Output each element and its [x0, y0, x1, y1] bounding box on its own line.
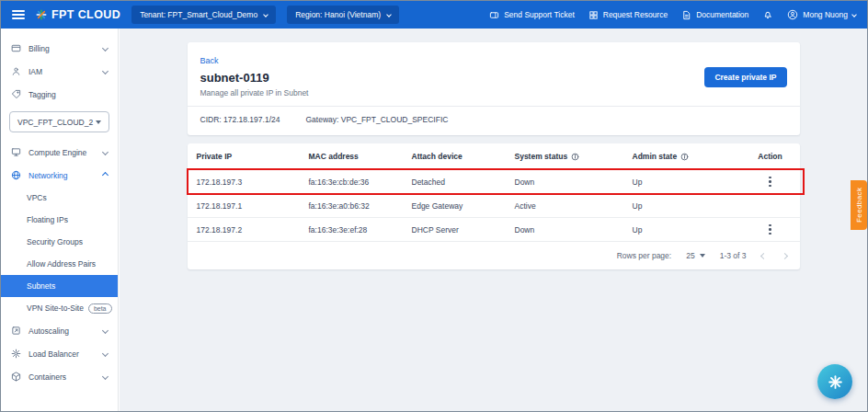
cell-device: DHCP Server: [412, 225, 515, 235]
containers-icon: [11, 372, 21, 382]
gateway-value: Gateway: VPC_FPT_CLOUD_SPECIFIC: [305, 115, 448, 124]
chevron-down-icon: [102, 327, 108, 334]
networking-label: Networking: [29, 171, 68, 180]
subnet-header-card: Back subnet-0119 Manage all private IP i…: [188, 42, 800, 135]
allow-address-pairs-label: Allow Address Pairs: [27, 259, 96, 269]
divider: [188, 106, 800, 107]
beta-badge: beta: [88, 303, 112, 314]
table-row: 172.18.197.2 fa:16:3e:3e:ef:28 DHCP Serv…: [188, 217, 800, 241]
containers-label: Containers: [29, 372, 66, 382]
vpn-label: VPN Site-to-Site: [27, 303, 84, 313]
assistant-starburst-icon: [828, 374, 843, 390]
chevron-down-icon: [102, 373, 108, 380]
cell-device: Detached: [412, 177, 515, 187]
load-balancer-icon: [11, 349, 21, 359]
pager: [761, 254, 787, 258]
private-ip-table-card: Private IP MAC address Attach device Sys…: [188, 143, 800, 269]
chevron-down-icon: [102, 149, 108, 155]
cell-system-status: Active: [515, 201, 633, 211]
sidebar-item-floating-ips[interactable]: Floating IPs: [1, 209, 118, 231]
cidr-value: CIDR: 172.18.197.1/24: [200, 115, 280, 124]
rows-per-page-select[interactable]: 25: [686, 251, 704, 260]
bell-icon[interactable]: [762, 9, 773, 20]
menu-icon[interactable]: [12, 10, 25, 19]
rows-per-page-label: Rows per page:: [617, 251, 672, 260]
cell-system-status: Down: [515, 177, 633, 187]
compute-icon: [11, 147, 21, 157]
fpt-cloud-logo[interactable]: FPT CLOUD: [36, 8, 120, 21]
feedback-tab[interactable]: Feedback: [851, 180, 867, 230]
tenant-dropdown[interactable]: Tenant: FPT_Smart_Cloud_Demo: [131, 6, 276, 24]
sidebar-item-billing[interactable]: Billing: [1, 37, 118, 60]
user-menu[interactable]: Mong Nuong: [787, 9, 856, 20]
pagination-range: 1-3 of 3: [720, 251, 747, 260]
ticket-icon: [489, 10, 499, 20]
chat-assistant-button[interactable]: [817, 364, 852, 399]
chevron-down-icon: [386, 12, 392, 17]
sidebar-item-vpcs[interactable]: VPCs: [1, 187, 118, 209]
autoscaling-icon: [11, 326, 21, 336]
previous-page-icon[interactable]: [760, 252, 766, 258]
brand-text: FPT CLOUD: [51, 8, 120, 21]
cell-mac: fa:16:3e:3e:ef:28: [309, 225, 412, 235]
page-subtitle: Manage all private IP in Subnet: [200, 88, 787, 97]
table-header-row: Private IP MAC address Attach device Sys…: [188, 143, 800, 169]
vpcs-label: VPCs: [27, 193, 47, 202]
row-actions-menu-icon[interactable]: [763, 222, 777, 238]
vpc-selector[interactable]: VPC_FPT_CLOUD_2: [9, 111, 109, 132]
support-ticket-label: Send Support Ticket: [504, 10, 575, 19]
sidebar-item-autoscaling[interactable]: Autoscaling: [1, 319, 118, 342]
send-support-ticket-link[interactable]: Send Support Ticket: [489, 10, 575, 20]
cell-admin-state: Up: [633, 177, 750, 187]
col-mac-address: MAC address: [309, 152, 412, 161]
col-private-ip: Private IP: [197, 152, 309, 161]
sidebar-item-subnets[interactable]: Subnets: [1, 275, 118, 297]
sidebar-item-containers[interactable]: Containers: [1, 365, 118, 388]
tenant-label: Tenant: FPT_Smart_Cloud_Demo: [140, 10, 257, 19]
table-pagination: Rows per page: 25 1-3 of 3: [188, 241, 800, 269]
user-name: Mong Nuong: [803, 10, 848, 19]
sidebar-item-networking[interactable]: Networking: [1, 164, 118, 187]
chevron-down-icon: [102, 350, 108, 357]
request-resource-link[interactable]: Request Resource: [588, 10, 668, 20]
col-attach-device: Attach device: [412, 152, 515, 161]
table-row: 172.18.197.3 fa:16:3e:cb:de:36 Detached …: [188, 169, 800, 193]
chevron-up-icon: [102, 172, 108, 178]
sidebar-item-load-balancer[interactable]: Load Balancer: [1, 342, 118, 365]
cell-mac: fa:16:3e:a0:b6:32: [309, 201, 412, 211]
create-private-ip-button[interactable]: Create private IP: [704, 67, 786, 87]
documentation-link[interactable]: Documentation: [681, 10, 748, 20]
tag-icon: [11, 89, 21, 99]
cell-admin-state: Up: [633, 225, 750, 235]
sidebar-item-tagging[interactable]: Tagging: [1, 83, 118, 106]
region-dropdown[interactable]: Region: Hanoi (Vietnam): [287, 6, 399, 24]
caret-down-icon: [96, 120, 101, 124]
next-page-icon[interactable]: [781, 252, 787, 258]
col-action: Action: [750, 152, 791, 161]
back-link[interactable]: Back: [200, 56, 219, 65]
document-icon: [681, 10, 691, 20]
sidebar-item-allow-address-pairs[interactable]: Allow Address Pairs: [1, 253, 118, 275]
cell-private-ip: 172.18.197.3: [197, 177, 309, 187]
subnets-label: Subnets: [27, 281, 55, 291]
sidebar-item-vpn-site-to-site[interactable]: VPN Site-to-Site beta: [1, 297, 118, 319]
page-title: subnet-0119: [200, 71, 787, 85]
documentation-label: Documentation: [696, 10, 748, 19]
row-actions-menu-icon[interactable]: [763, 174, 777, 190]
cell-mac: fa:16:3e:cb:de:36: [309, 177, 412, 187]
tagging-label: Tagging: [29, 90, 56, 99]
sidebar-item-compute-engine[interactable]: Compute Engine: [1, 141, 118, 164]
chevron-down-icon: [102, 68, 108, 74]
cell-system-status: Down: [515, 225, 633, 235]
user-icon: [787, 9, 798, 20]
floating-ips-label: Floating IPs: [27, 215, 68, 224]
sidebar: Billing IAM Tagging VPC_FPT_CLOUD_2 Comp…: [1, 29, 119, 411]
security-groups-label: Security Groups: [27, 237, 83, 246]
chevron-down-icon: [263, 12, 268, 17]
info-icon[interactable]: [571, 153, 579, 161]
sidebar-item-security-groups[interactable]: Security Groups: [1, 231, 118, 253]
info-icon[interactable]: [680, 153, 689, 161]
sidebar-item-iam[interactable]: IAM: [1, 60, 118, 83]
chevron-down-icon: [102, 45, 108, 52]
request-resource-label: Request Resource: [603, 10, 668, 19]
